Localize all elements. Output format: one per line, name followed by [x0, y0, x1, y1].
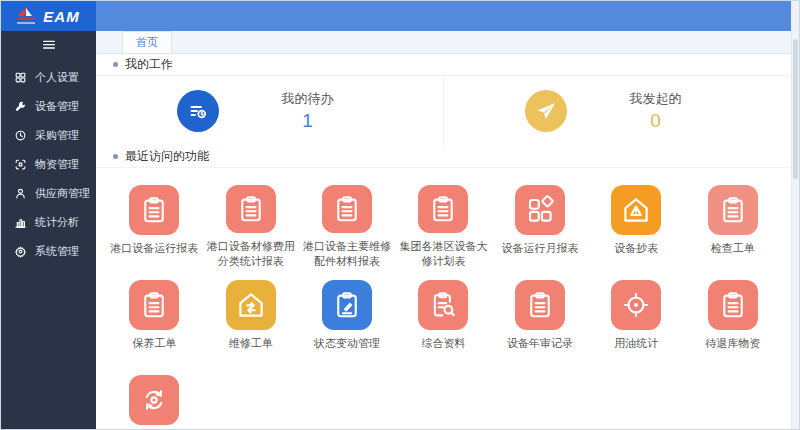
target-icon: [611, 280, 661, 330]
function-tile-maintenance-work-order[interactable]: 保养工单: [106, 269, 202, 364]
recent-functions-panel: 最近访问的功能 港口设备运行报表 港口设备材修费用分类统计报表 港口设备: [96, 146, 791, 430]
system-icon: [14, 245, 27, 258]
sidebar-item-label: 供应商管理: [35, 186, 90, 201]
house-alert-icon: [611, 185, 661, 235]
apps-icon: [515, 185, 565, 235]
tile-label: 设备抄表: [611, 241, 661, 256]
function-tile-port-equipment-operation-report[interactable]: 港口设备运行报表: [106, 174, 202, 269]
function-tile-inspection-work-order[interactable]: 检查工单: [685, 174, 781, 269]
function-tile-annual-review-record[interactable]: 设备年审记录: [492, 269, 588, 364]
function-tile-status-change-management[interactable]: 状态变动管理: [299, 269, 395, 364]
function-tile-monthly-operation-report[interactable]: 设备运行月报表: [492, 174, 588, 269]
function-tile-pending-return-materials[interactable]: 待退库物资: [685, 269, 781, 364]
doc-search-icon: [418, 280, 468, 330]
clipboard-icon: [515, 280, 565, 330]
stat-label: 我发起的: [601, 90, 711, 108]
tile-label: 保养工单: [129, 336, 179, 351]
tile-label: 状态变动管理: [311, 336, 383, 351]
tab-home[interactable]: 首页: [122, 31, 172, 53]
function-tile-meter-reading[interactable]: 设备抄表: [588, 174, 684, 269]
function-tile-material-requisition[interactable]: 领料申请: [106, 364, 202, 430]
tile-label: 设备运行月报表: [498, 241, 581, 256]
function-grid: 港口设备运行报表 港口设备材修费用分类统计报表 港口设备主要维修配件材料报表 集…: [96, 168, 791, 430]
stat-label: 我的待办: [253, 90, 363, 108]
section-bullet-icon: [113, 154, 118, 159]
tile-label: 用油统计: [611, 336, 661, 351]
tile-label: 维修工单: [226, 336, 276, 351]
app-title: EAM: [43, 8, 79, 25]
tab-bar: 首页: [96, 31, 791, 54]
app-header: EAM: [1, 1, 791, 31]
sidebar: 个人设置 设备管理 采购管理 物资管理 供应商管理 统计分析: [1, 31, 96, 429]
function-tile-repair-cost-statistics-report[interactable]: 港口设备材修费用分类统计报表: [202, 174, 298, 269]
function-tile-oil-usage-statistics[interactable]: 用油统计: [588, 269, 684, 364]
function-tile-repair-work-order[interactable]: 维修工单: [202, 269, 298, 364]
sidebar-nav: 个人设置 设备管理 采购管理 物资管理 供应商管理 统计分析: [1, 63, 96, 266]
sidebar-item-label: 个人设置: [35, 70, 79, 85]
my-work-panel: 我的工作 我的待办 1 我发起的: [96, 54, 791, 146]
material-icon: [14, 158, 27, 171]
sidebar-item-system[interactable]: 系统管理: [1, 237, 96, 266]
sidebar-item-personal-settings[interactable]: 个人设置: [1, 63, 96, 92]
clipboard-pencil-icon: [322, 280, 372, 330]
sidebar-item-supplier[interactable]: 供应商管理: [1, 179, 96, 208]
stats-row: 我的待办 1 我发起的 0: [96, 76, 791, 146]
tile-label: 港口设备主要维修配件材料报表: [299, 239, 395, 269]
stats-icon: [14, 216, 27, 229]
stat-card-todo[interactable]: 我的待办 1: [96, 76, 443, 146]
recent-functions-header: 最近访问的功能: [96, 146, 791, 168]
stat-value: 1: [253, 110, 363, 132]
sidebar-item-label: 采购管理: [35, 128, 79, 143]
tile-label: 港口设备运行报表: [107, 241, 201, 256]
function-tile-overhaul-plan-report[interactable]: 集团各港区设备大修计划表: [395, 174, 491, 269]
clipboard-icon: [322, 185, 372, 233]
clipboard-icon: [129, 280, 179, 330]
function-tile-comprehensive-data[interactable]: 综合资料: [395, 269, 491, 364]
supplier-icon: [14, 187, 27, 200]
menu-toggle-icon[interactable]: [1, 31, 96, 57]
my-work-header: 我的工作: [96, 54, 791, 76]
paper-plane-icon: [525, 90, 567, 132]
sidebar-item-label: 系统管理: [35, 244, 79, 259]
section-title: 最近访问的功能: [125, 148, 209, 165]
sidebar-item-procurement[interactable]: 采购管理: [1, 121, 96, 150]
tile-label: 检查工单: [708, 241, 758, 256]
tile-label: 集团各港区设备大修计划表: [395, 239, 491, 269]
clipboard-icon: [418, 185, 468, 233]
procurement-icon: [14, 129, 27, 142]
todo-list-icon: [177, 90, 219, 132]
clipboard-icon: [708, 280, 758, 330]
user-settings-icon: [14, 71, 27, 84]
clipboard-icon: [708, 185, 758, 235]
app-logo: EAM: [1, 1, 96, 31]
house-arrows-icon: [226, 280, 276, 330]
function-tile-repair-parts-material-report[interactable]: 港口设备主要维修配件材料报表: [299, 174, 395, 269]
clipboard-icon: [226, 185, 276, 233]
eam-app-window: EAM 个人设置 设备管理 采购管理 物资管理: [0, 0, 800, 430]
clipboard-icon: [129, 185, 179, 235]
sidebar-item-label: 物资管理: [35, 157, 79, 172]
stat-value: 0: [601, 110, 711, 132]
sidebar-item-equipment[interactable]: 设备管理: [1, 92, 96, 121]
sidebar-item-label: 统计分析: [35, 215, 79, 230]
scrollbar-thumb[interactable]: [793, 39, 798, 179]
company-logo-icon: [17, 5, 37, 27]
equipment-icon: [14, 100, 27, 113]
tile-label: 设备年审记录: [504, 336, 576, 351]
stat-card-initiated[interactable]: 我发起的 0: [443, 76, 791, 146]
sidebar-item-label: 设备管理: [35, 99, 79, 114]
tile-label: 港口设备材修费用分类统计报表: [202, 239, 298, 269]
tile-label: 综合资料: [418, 336, 468, 351]
sidebar-item-statistics[interactable]: 统计分析: [1, 208, 96, 237]
section-bullet-icon: [113, 62, 118, 67]
scrollbar-track: [791, 31, 799, 429]
sidebar-item-material[interactable]: 物资管理: [1, 150, 96, 179]
tile-label: 待退库物资: [702, 336, 763, 351]
main-content: 首页 我的工作 我的待办 1: [96, 31, 791, 429]
recycle-icon: [129, 375, 179, 425]
section-title: 我的工作: [125, 56, 173, 73]
